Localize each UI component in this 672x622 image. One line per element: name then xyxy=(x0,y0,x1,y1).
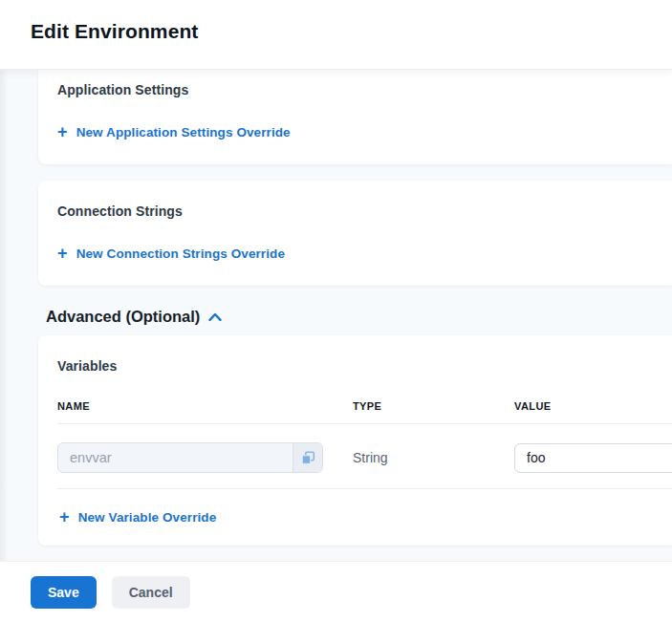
page-title: Edit Environment xyxy=(31,20,672,43)
card-variables: Variables NAME TYPE VALUE xyxy=(38,335,672,546)
variables-table-header: NAME TYPE VALUE xyxy=(57,400,672,424)
column-header-value: VALUE xyxy=(514,400,672,412)
link-label: New Variable Override xyxy=(78,510,217,525)
save-button[interactable]: Save xyxy=(31,576,97,609)
chevron-up-icon xyxy=(208,312,222,322)
new-application-settings-override-link[interactable]: + New Application Settings Override xyxy=(57,125,291,139)
variable-add-row: + New Variable Override xyxy=(57,489,672,528)
copy-button[interactable] xyxy=(293,443,322,472)
variable-name-input[interactable] xyxy=(58,443,293,472)
link-label: New Application Settings Override xyxy=(76,125,291,139)
new-variable-override-link[interactable]: + New Variable Override xyxy=(59,510,216,525)
content-area: Application Settings + New Application S… xyxy=(0,69,672,562)
card-connection-strings: Connection Strings + New Connection Stri… xyxy=(38,181,672,286)
column-header-type: TYPE xyxy=(353,400,514,412)
column-header-name: NAME xyxy=(57,400,353,412)
variable-value-input[interactable] xyxy=(514,443,672,473)
plus-icon: + xyxy=(59,510,70,524)
footer-action-bar: Save Cancel xyxy=(0,562,672,622)
copy-icon xyxy=(301,451,315,465)
variable-type-value: String xyxy=(353,450,514,465)
variable-row: String xyxy=(57,424,672,489)
card-application-settings: Application Settings + New Application S… xyxy=(38,69,672,164)
variables-title: Variables xyxy=(57,358,672,374)
advanced-section-toggle[interactable]: Advanced (Optional) xyxy=(46,308,222,326)
new-connection-strings-override-link[interactable]: + New Connection Strings Override xyxy=(57,247,285,261)
page-header: Edit Environment xyxy=(0,0,672,69)
variable-name-input-group xyxy=(57,442,323,473)
variable-name-cell xyxy=(57,442,353,473)
advanced-section-title: Advanced (Optional) xyxy=(46,308,200,326)
variable-value-cell xyxy=(514,443,672,473)
connection-strings-title: Connection Strings xyxy=(57,204,653,219)
link-label: New Connection Strings Override xyxy=(76,247,285,261)
application-settings-title: Application Settings xyxy=(57,82,653,97)
cancel-button[interactable]: Cancel xyxy=(112,576,190,609)
plus-icon: + xyxy=(57,125,68,139)
plus-icon: + xyxy=(57,247,68,260)
spacer xyxy=(0,164,672,181)
